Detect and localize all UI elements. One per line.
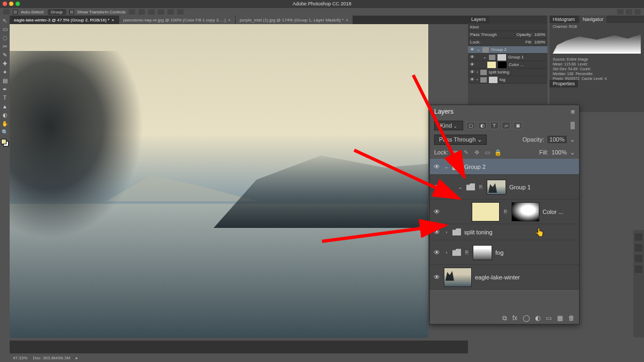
zoom-level[interactable]: 47.33%	[13, 356, 27, 360]
fill-value[interactable]: 100%	[552, 149, 567, 156]
hand-tool[interactable]: ✋	[1, 120, 9, 128]
status-bar: 47.33% Doc: 303.8M/66.3M ▸	[10, 353, 468, 362]
cursor-icon: 👆	[535, 228, 544, 237]
zoom-icon[interactable]	[16, 2, 20, 6]
pen-tool[interactable]: ▲	[1, 102, 9, 110]
align-icon[interactable]	[129, 9, 135, 14]
new-layer-icon[interactable]: ▦	[557, 314, 563, 322]
auto-select-label: Auto-Select:	[21, 10, 45, 14]
link-layers-icon[interactable]: ⧉	[502, 314, 507, 322]
layer-mask-thumb[interactable]	[473, 245, 492, 260]
brush-tool[interactable]: ✦	[1, 68, 9, 76]
layer-name[interactable]: Group 1	[509, 184, 531, 190]
show-transform-checkbox[interactable]	[69, 10, 74, 14]
options-bar: Auto-Select: Group Show Transform Contro…	[0, 8, 644, 16]
mask-icon[interactable]: ◯	[523, 314, 530, 322]
doc-info[interactable]: Doc: 303.8M/66.3M	[33, 356, 70, 360]
document-tab[interactable]: panoramic-bay-re.jpg @ 100% (Color Fill …	[119, 16, 236, 24]
panel-icon[interactable]	[635, 265, 642, 273]
histogram-panel[interactable]: Histogram Navigator Channel: RGB Source:…	[550, 16, 644, 80]
filter-shape-icon[interactable]: ▱	[502, 122, 510, 129]
workspace-icon[interactable]	[626, 9, 632, 14]
search-icon[interactable]	[617, 9, 624, 14]
visibility-icon[interactable]: 👁	[433, 274, 441, 281]
chevron-right-icon[interactable]: ▸	[76, 356, 78, 360]
link-icon[interactable]: ⎘	[478, 184, 484, 190]
filter-type-icon[interactable]: T	[490, 122, 499, 129]
layer-mask-thumb[interactable]	[511, 202, 539, 221]
panel-icon[interactable]	[635, 255, 642, 262]
layer-name[interactable]: Color ...	[543, 209, 564, 215]
link-icon[interactable]: ⎘	[464, 249, 470, 255]
stamp-tool[interactable]: ▤	[1, 77, 9, 85]
share-icon[interactable]	[634, 9, 641, 14]
annotation-arrow	[317, 215, 456, 253]
histogram-chart	[553, 32, 641, 54]
layer-mask-thumb[interactable]	[487, 180, 506, 195]
chevron-down-icon[interactable]: ⌄	[570, 136, 575, 143]
lock-artboard-icon[interactable]: ▭	[484, 149, 491, 156]
close-icon[interactable]: ×	[346, 18, 348, 23]
color-swatches[interactable]	[1, 139, 9, 146]
document-tab[interactable]: eagle-lake-winter-3 @ 47.5% (Group 2, RG…	[10, 16, 119, 24]
group-icon[interactable]: ▭	[546, 314, 552, 322]
close-icon[interactable]	[3, 2, 7, 6]
close-icon[interactable]: ×	[112, 18, 114, 23]
trash-icon[interactable]: 🗑	[568, 314, 575, 322]
adjustment-thumb[interactable]	[472, 202, 500, 221]
distribute-icon[interactable]	[158, 9, 164, 14]
adjustment-icon[interactable]: ◐	[535, 314, 540, 322]
panel-icon[interactable]	[635, 244, 642, 252]
fx-icon[interactable]: fx	[513, 314, 517, 322]
layer-name[interactable]: eagle-lake-winter	[475, 274, 520, 280]
distribute-icon[interactable]	[167, 9, 174, 14]
auto-select-mode[interactable]: Group	[48, 9, 66, 15]
zoom-tool[interactable]: 🔍	[1, 128, 9, 136]
window-controls[interactable]	[3, 2, 20, 6]
annotation-arrow	[322, 145, 472, 216]
layers-tab[interactable]: Layers	[468, 16, 489, 23]
opacity-value[interactable]: 100%	[547, 136, 567, 143]
crop-tool[interactable]: ✂	[1, 42, 9, 50]
show-transform-label: Show Transform Controls	[77, 10, 126, 14]
move-tool[interactable]: ↖	[1, 17, 9, 25]
svg-line-2	[322, 225, 445, 241]
align-icon[interactable]	[138, 9, 145, 14]
marquee-tool[interactable]: ▭	[1, 25, 9, 33]
navigator-tab[interactable]: Navigator	[580, 16, 607, 23]
close-icon[interactable]: ×	[228, 18, 231, 23]
layer-thumb[interactable]	[444, 268, 472, 287]
minimize-icon[interactable]	[9, 2, 13, 6]
move-tool-icon	[3, 9, 10, 14]
type-tool[interactable]: T	[1, 94, 9, 102]
filter-toggle[interactable]	[570, 122, 575, 129]
auto-select-checkbox[interactable]	[13, 10, 18, 14]
3d-mode-icon[interactable]	[177, 9, 184, 14]
panel-icon[interactable]	[635, 233, 642, 241]
heal-tool[interactable]: ✚	[1, 60, 9, 68]
document-tab[interactable]: purple_mist (1).jpg @ 174% (Group 1, Lay…	[236, 16, 353, 24]
filter-smart-icon[interactable]: ▣	[514, 122, 522, 129]
panel-menu-icon[interactable]: ≡	[570, 108, 575, 116]
link-icon[interactable]: ⎘	[503, 209, 508, 215]
app-title-bar: Adobe Photoshop CC 2018	[0, 0, 644, 8]
histogram-tab[interactable]: Histogram	[550, 16, 578, 23]
align-icon[interactable]	[148, 9, 155, 14]
lock-position-icon[interactable]: ✥	[473, 149, 480, 156]
properties-tab[interactable]: Properties	[550, 80, 578, 87]
layer-name[interactable]: split toning	[464, 229, 493, 235]
opacity-label: Opacity:	[523, 136, 544, 143]
collapsed-panel-rail[interactable]	[633, 230, 644, 337]
lasso-tool[interactable]: ◌	[1, 34, 9, 42]
eyedropper-tool[interactable]: ✎	[1, 51, 9, 59]
fill-label: Fill:	[539, 149, 548, 156]
layer-name[interactable]: fog	[495, 249, 503, 256]
tool-palette: ↖ ▭ ◌ ✂ ✎ ✚ ✦ ▤ ✒ T ▲ ◐ ✋ 🔍	[0, 16, 10, 362]
shape-tool[interactable]: ◐	[1, 111, 9, 119]
lock-all-icon[interactable]: 🔒	[494, 149, 502, 156]
layer-row[interactable]: 👁 eagle-lake-winter	[430, 265, 579, 290]
chevron-down-icon[interactable]: ⌄	[570, 149, 575, 156]
filter-adjust-icon[interactable]: ◐	[478, 122, 487, 129]
foreground-color[interactable]	[1, 139, 6, 144]
eraser-tool[interactable]: ✒	[1, 85, 9, 93]
